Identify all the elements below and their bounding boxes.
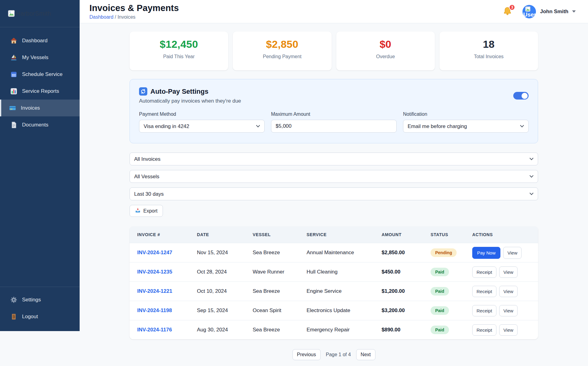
- breadcrumb-current: Invoices: [118, 14, 136, 20]
- status-badge: Paid: [431, 306, 449, 315]
- autopay-title: Auto-Pay Settings: [150, 88, 208, 96]
- sidebar-item-label: Logout: [22, 314, 38, 320]
- receipt-button[interactable]: Receipt: [472, 286, 496, 297]
- sidebar-item-schedule-service[interactable]: Schedule Service: [0, 66, 80, 83]
- app-logo[interactable]: HarborSmith: [0, 0, 80, 27]
- row-actions: ReceiptView: [472, 324, 530, 336]
- stat-value: 18: [439, 38, 538, 50]
- view-button[interactable]: View: [503, 247, 522, 259]
- invoice-link[interactable]: INV-2024-1221: [137, 288, 172, 294]
- column-header-date: DATE: [197, 232, 253, 237]
- sidebar-item-label: My Vessels: [22, 55, 48, 61]
- notifications-button[interactable]: 3: [503, 6, 512, 17]
- inbox-tray-icon: [135, 208, 141, 214]
- payment-method-label: Payment Method: [139, 111, 265, 117]
- bar-chart-icon: [10, 87, 18, 95]
- sidebar-item-label: Schedule Service: [22, 71, 62, 77]
- table-row: INV-2024-1247 Nov 15, 2024 Sea Breeze An…: [130, 243, 538, 262]
- sidebar-item-label: Settings: [22, 297, 41, 303]
- invoice-date: Oct 28, 2024: [197, 269, 253, 275]
- stat-value: $2,850: [233, 38, 331, 50]
- pay-now-button[interactable]: Pay Now: [472, 247, 500, 259]
- invoice-amount: $2,850.00: [382, 250, 431, 256]
- invoice-link[interactable]: INV-2024-1176: [137, 327, 172, 333]
- date-range-filter[interactable]: Last 30 days: [130, 187, 538, 200]
- invoice-service: Engine Service: [307, 288, 382, 294]
- table-body: INV-2024-1247 Nov 15, 2024 Sea Breeze An…: [130, 243, 538, 339]
- stat-card-total-invoices: 18Total Invoices: [439, 32, 538, 70]
- page-title: Invoices & Payments: [89, 3, 179, 13]
- broken-image-icon: [525, 6, 530, 12]
- vessel-filter[interactable]: All Vessels: [130, 170, 538, 183]
- sidebar: HarborSmith Dashboard My Vessels Schedul…: [0, 0, 80, 331]
- view-button[interactable]: View: [499, 305, 518, 316]
- status-badge: Paid: [431, 326, 449, 334]
- previous-page-button[interactable]: Previous: [292, 349, 321, 360]
- stat-card-pending-payment: $2,850Pending Payment: [233, 32, 331, 70]
- next-page-button[interactable]: Next: [356, 349, 375, 360]
- invoice-vessel: Wave Runner: [253, 269, 307, 275]
- view-button[interactable]: View: [499, 286, 518, 297]
- receipt-button[interactable]: Receipt: [472, 305, 496, 316]
- invoice-service: Annual Maintenance: [307, 250, 382, 256]
- table-row: INV-2024-1221 Oct 10, 2024 Sea Breeze En…: [130, 281, 538, 301]
- receipt-button[interactable]: Receipt: [472, 324, 496, 336]
- table-header-row: INVOICE #DATEVESSELSERVICEAMOUNTSTATUSAC…: [130, 226, 538, 243]
- user-name[interactable]: John Smith: [540, 9, 568, 15]
- maximum-amount-input[interactable]: [271, 120, 397, 133]
- invoice-amount: $450.00: [382, 269, 431, 275]
- stat-label: Total Invoices: [439, 54, 538, 59]
- payment-method-select[interactable]: Visa ending in 4242: [139, 120, 265, 133]
- sidebar-item-logout[interactable]: Logout: [0, 308, 80, 325]
- column-header-status: STATUS: [431, 232, 472, 237]
- sidebar-item-dashboard[interactable]: Dashboard: [0, 32, 80, 49]
- invoice-link[interactable]: INV-2024-1235: [137, 269, 172, 275]
- breadcrumb-separator: /: [115, 14, 118, 20]
- stat-label: Overdue: [336, 54, 435, 59]
- avatar[interactable]: User: [522, 5, 536, 18]
- invoices-table: INVOICE #DATEVESSELSERVICEAMOUNTSTATUSAC…: [130, 226, 538, 339]
- view-button[interactable]: View: [499, 266, 518, 278]
- receipt-button[interactable]: Receipt: [472, 266, 496, 278]
- invoice-amount: $3,200.00: [382, 308, 431, 314]
- sidebar-item-invoices[interactable]: Invoices: [0, 100, 80, 116]
- invoice-date: Aug 30, 2024: [197, 327, 253, 333]
- autopay-panel: Auto-Pay Settings Automatically pay invo…: [130, 79, 538, 143]
- filters-section: All Invoices All Vessels Last 30 days Ex…: [130, 153, 538, 217]
- stats-row: $12,450Paid This Year$2,850Pending Payme…: [130, 32, 538, 70]
- invoice-status-filter[interactable]: All Invoices: [130, 153, 538, 165]
- broken-image-icon: [8, 10, 15, 17]
- sidebar-item-documents[interactable]: Documents: [0, 116, 80, 133]
- invoice-vessel: Sea Breeze: [253, 288, 307, 294]
- invoice-service: Emergency Repair: [307, 327, 382, 333]
- column-header-amount: AMOUNT: [382, 232, 431, 237]
- column-header-invoice: INVOICE #: [137, 232, 197, 237]
- pagination: Previous Page 1 of 4 Next: [130, 349, 538, 360]
- notification-select[interactable]: Email me before charging: [403, 120, 529, 133]
- sidebar-item-settings[interactable]: Settings: [0, 291, 80, 308]
- page-info: Page 1 of 4: [326, 352, 351, 357]
- invoice-amount: $890.00: [382, 327, 431, 333]
- credit-card-icon: [9, 104, 17, 112]
- autopay-toggle[interactable]: [513, 92, 529, 100]
- stat-value: $12,450: [130, 38, 228, 50]
- payment-method-field: Payment Method Visa ending in 4242: [139, 111, 265, 133]
- view-button[interactable]: View: [499, 324, 518, 336]
- sidebar-item-my-vessels[interactable]: My Vessels: [0, 49, 80, 66]
- sidebar-item-service-reports[interactable]: Service Reports: [0, 83, 80, 100]
- avatar-alt-text: User: [523, 12, 536, 18]
- top-right-controls: 3 User John Smith: [503, 5, 576, 18]
- chevron-down-icon[interactable]: [572, 10, 576, 13]
- invoice-service: Electronics Update: [307, 308, 382, 314]
- breadcrumb-dashboard-link[interactable]: Dashboard: [89, 14, 113, 20]
- maximum-amount-field: Maximum Amount: [271, 111, 397, 133]
- invoice-link[interactable]: INV-2024-1198: [137, 308, 172, 313]
- row-actions: ReceiptView: [472, 266, 530, 278]
- sidebar-item-label: Dashboard: [22, 38, 47, 44]
- stat-card-paid-this-year: $12,450Paid This Year: [130, 32, 228, 70]
- invoice-vessel: Sea Breeze: [253, 250, 307, 256]
- invoice-link[interactable]: INV-2024-1247: [137, 250, 172, 255]
- status-badge: Pending: [431, 248, 457, 257]
- invoice-date: Oct 10, 2024: [197, 288, 253, 294]
- export-button[interactable]: Export: [130, 205, 163, 217]
